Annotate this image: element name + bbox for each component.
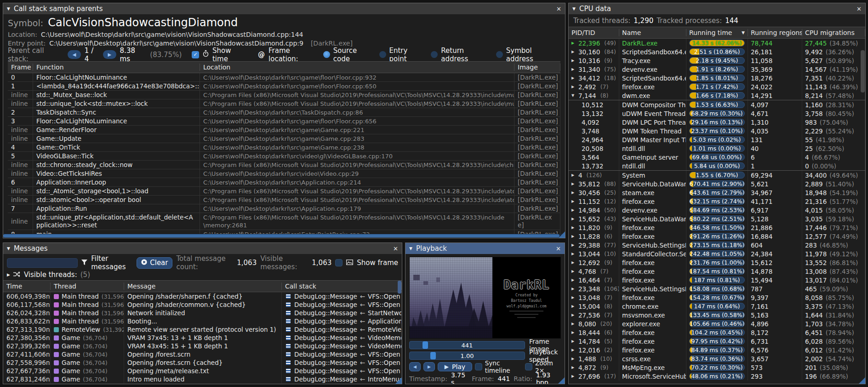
cpu-process-row[interactable]: ▶14,784(5)firefox.exe97.95 ms (0.42%)6,7… (569, 337, 865, 346)
message-row[interactable]: 627,558,996nsGame(36,704)Opening /forest… (3, 358, 402, 367)
call-stack-row[interactable]: 6Application::InnerLoopC:\Users\wolf\Des… (8, 178, 560, 187)
resize-grip[interactable] (559, 231, 565, 238)
expand-icon[interactable]: ▶ (571, 348, 576, 352)
expand-icon[interactable]: ▶ (571, 67, 576, 71)
expand-icon[interactable]: ▶ (571, 313, 576, 317)
clear-button[interactable]: Clear (137, 257, 172, 269)
cpu-process-row[interactable]: ▶2,492(7)firefox.exe1.71 s (7.42%)24,022… (569, 82, 865, 91)
call-stack-row[interactable]: inlineGame::UpdateC:\Users\wolf\Desktop\… (8, 134, 560, 143)
cpu-process-row[interactable]: ▶30,456(25)steam.exe643.61 ms (2.79%)34,… (569, 188, 865, 197)
cpu-process-row[interactable]: ▶15,652(43)ServiceHub.DataWareho580.22 m… (569, 214, 865, 223)
resize-grip[interactable] (558, 377, 565, 384)
horizontal-scrollbar[interactable] (3, 234, 565, 238)
expand-icon[interactable]: ▶ (571, 173, 576, 177)
call-stack-cell[interactable]: DebugLog::Message←StartNetwo (282, 309, 402, 317)
call-stack-icon[interactable] (285, 293, 291, 300)
call-stack-row[interactable]: inlinestd::_Mutex_base::lockC:\Program F… (8, 91, 560, 99)
message-row[interactable]: 626,833,622nsMain thread(31,596)Booting.… (3, 317, 402, 325)
cpu-process-row[interactable]: ▶31,340(75)devenv.exe1.91 s (8.26%)35,36… (569, 65, 865, 74)
call-stack-icon[interactable] (285, 368, 291, 374)
messages-scrollbar-thumb[interactable] (398, 281, 401, 294)
cpu-process-row[interactable]: ▶11,828(6)firefox.exe291.26 ms (1.26%)16… (569, 232, 865, 241)
cpu-process-row[interactable]: 10,512DWM Compositor Thread1.53 s (6.63%… (569, 100, 865, 109)
show-time-checkbox[interactable]: ✓ (192, 51, 199, 58)
call-stack-cell[interactable]: DebugLog::Message←VFS::Open (282, 300, 402, 309)
sync-timeline-checkbox[interactable] (475, 363, 482, 370)
expand-icon[interactable]: ▶ (571, 365, 576, 370)
cpu-process-row[interactable]: 3,564GameInput server69.68 us (0.00%)64(… (569, 153, 865, 162)
message-row[interactable]: 626,024,328nsMain thread(31,596)Network … (3, 309, 402, 317)
expand-icon[interactable]: ▶ (571, 225, 576, 230)
cpu-process-row[interactable]: ▶1,488(10)csrss.exe83.74 ms (0.36%)3,657… (569, 354, 865, 363)
expand-icon[interactable]: ▶ (571, 199, 576, 203)
horizontal-scrollbar-thumb[interactable] (3, 234, 560, 237)
message-row[interactable]: 627,380,356nsGame(36,704)VRAM 37x45: 13 … (3, 334, 402, 342)
cpu-process-row[interactable]: ▶29,388(77)ServiceHub.SettingsHost273.15… (569, 241, 865, 249)
call-stack-row[interactable]: inlineGame::RenderFloorC:\Users\wolf\Des… (8, 126, 560, 134)
cpu-process-row[interactable]: 13,732ntdll.dll5.84 us (0.00%)10(0.00%) (569, 162, 865, 171)
next-stack-button[interactable]: ▶ (103, 50, 116, 59)
function-cell[interactable]: Video::GetTicksHiRes (33, 169, 200, 178)
call-stack-cell[interactable]: DebugLog::Message←VFS::Open (282, 292, 402, 300)
cpu-process-row[interactable]: ▶8,080(20)explorer.exe105.66 ms (0.46%)4… (569, 319, 865, 328)
cpu-process-row[interactable]: ▶34,412(18)ScriptedSandbox64.exe1.85 s (… (569, 74, 865, 82)
expand-icon[interactable]: ▶ (571, 260, 576, 265)
cpu-process-row[interactable]: ▶13,044(10)StandardCollector.Servic242.4… (569, 249, 865, 258)
close-icon[interactable]: ✕ (857, 6, 862, 12)
message-row[interactable]: 606,117,568nsMain thread(31,596)Opening … (3, 300, 402, 309)
call-stack-row[interactable]: inlineVideo::GetTicksHiResC:\Users\wolf\… (8, 169, 560, 178)
call-stack-row[interactable]: inlinestd::atomic<bool>::operator boolC:… (8, 196, 560, 204)
cpu-process-row[interactable]: ▶4(126)System1.55 s (6.70%)69,29434,400(… (569, 171, 865, 179)
expand-icon[interactable]: ▶ (571, 252, 576, 256)
prev-stack-button[interactable]: ◀ (68, 50, 81, 59)
close-icon[interactable]: ✕ (393, 245, 398, 252)
collapse-icon[interactable]: ▼ (571, 93, 576, 98)
step-back-button[interactable]: ◀ (409, 362, 421, 371)
cpu-process-row[interactable]: ▶11,820(9)firefox.exe346.58 ms (1.50%)21… (569, 223, 865, 232)
expand-icon[interactable]: ▶ (571, 191, 576, 195)
cpu-process-row[interactable]: ▶27,536(7)msvsmon.exe133.45 ms (0.58%)5,… (569, 311, 865, 319)
call-stack-row[interactable]: 8mainC:\Users\wolf\Desktop\darkrl\src\En… (8, 230, 560, 234)
call-stack-row[interactable]: 5VideoGLBase::TickC:\Users\wolf\Desktop\… (8, 152, 560, 161)
frame-location-radio-entry-point[interactable] (379, 51, 386, 58)
cpu-process-row[interactable]: ▼7,144(8)dwm.exe1.66 s (7.18%)14,2918,21… (569, 91, 865, 100)
filter-input[interactable] (7, 258, 78, 268)
expand-icon[interactable]: ▶ (571, 50, 576, 54)
function-cell[interactable]: std::unique_lock<std::mutex>::lock (33, 99, 200, 108)
call-stack-icon[interactable] (285, 335, 291, 341)
cpu-process-row[interactable]: ▶22,396(49)DarkRL.exe14.33 s (62.06%)78,… (569, 39, 865, 47)
call-stack-icon[interactable] (285, 376, 291, 382)
call-stack-row[interactable]: inlinestd::unique_ptr<Application,std::d… (8, 213, 560, 230)
cpu-process-row[interactable]: 20,508ntdll.dll1.01 ms (0.00%)4025(62.50… (569, 144, 865, 153)
message-row[interactable]: 627,313,190nsRemoteView(31,392)Remote vi… (3, 325, 402, 334)
expand-icon[interactable]: ▶ (571, 217, 576, 221)
cpu-process-row[interactable]: ▶13,048(7)firefox.exe154.28 ms (0.67%)9,… (569, 293, 865, 302)
cpu-process-row[interactable]: ▶4,872(9)MsMpEng.exe70.22 ms (0.30%)5732… (569, 363, 865, 372)
call-stack-icon[interactable] (285, 318, 291, 324)
expand-icon[interactable]: ▶ (571, 330, 576, 335)
cpu-process-row[interactable]: 13,132uDWM Event Thread68.29 ms (0.30%)4… (569, 109, 865, 118)
resize-grip[interactable] (859, 377, 865, 384)
function-cell[interactable]: Application::InnerLoop (33, 178, 200, 186)
message-row[interactable]: 627,399,326nsGame(36,704)VRAM 43x45: 15 … (3, 342, 402, 350)
cpu-process-row[interactable]: ▶14,984(50)devenv.exe584.69 ms (2.53%)6,… (569, 206, 865, 214)
collapse-icon[interactable]: ▼ (7, 6, 10, 11)
expand-icon[interactable]: ▶ (571, 243, 576, 247)
call-stack-cell[interactable]: DebugLog::Message←VFS::Open (282, 358, 402, 367)
function-cell[interactable]: main (33, 230, 200, 234)
expand-icon[interactable]: ▶ (571, 269, 576, 273)
call-stack-row[interactable]: 7Application::RunC:\Users\wolf\Desktop\d… (8, 204, 560, 213)
cpu-process-row[interactable]: ▶27,696(17)Microsoft.ServiceHub.Co48.06 … (569, 372, 865, 381)
expand-icon[interactable]: ▶ (571, 182, 576, 186)
function-cell[interactable]: Floor::CalcLightNoLuminance (33, 117, 200, 125)
call-stack-row[interactable]: 2TaskDispatch::SyncC:\Users\wolf\Desktop… (8, 108, 560, 117)
expand-icon[interactable]: ▶ (571, 208, 576, 212)
function-cell[interactable]: VideoGLBase::Tick (33, 152, 200, 160)
message-row[interactable]: 627,831,246nsGame(36,704)Intro menu load… (3, 375, 402, 383)
frame-location-radio-source-code[interactable] (323, 51, 330, 58)
expand-icon[interactable]: ▶ (571, 322, 576, 326)
zoom-2x-checkbox[interactable] (525, 363, 532, 370)
call-stack-row[interactable]: 3Floor::CalcLightNoLuminanceC:\Users\wol… (8, 117, 560, 126)
cpu-process-row[interactable]: ▶30,160(84)ScriptedSandbox64.exe2.51 s (… (569, 47, 865, 56)
close-icon[interactable]: ✕ (556, 245, 561, 252)
